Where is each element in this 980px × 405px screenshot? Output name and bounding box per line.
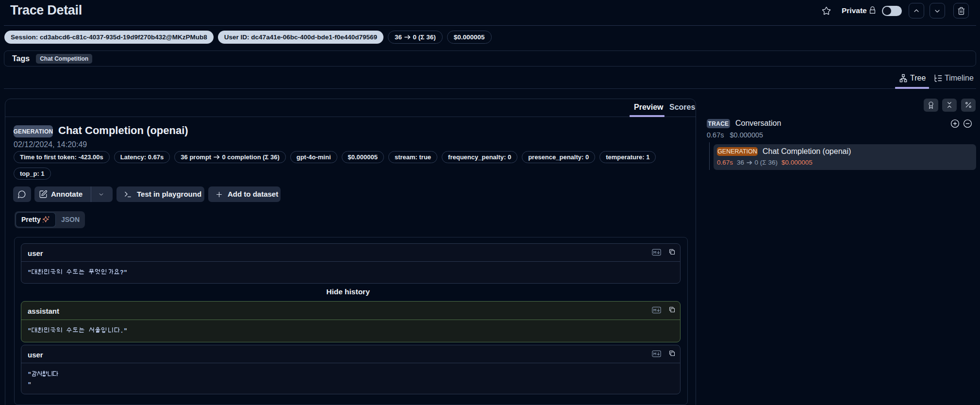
svg-text:": " — [28, 328, 32, 335]
svg-text:": " — [28, 371, 32, 378]
svg-text:": " — [28, 382, 32, 388]
svg-text:.": ." — [120, 328, 127, 335]
svg-text:": " — [28, 270, 32, 276]
svg-text:?": ?" — [120, 270, 127, 276]
